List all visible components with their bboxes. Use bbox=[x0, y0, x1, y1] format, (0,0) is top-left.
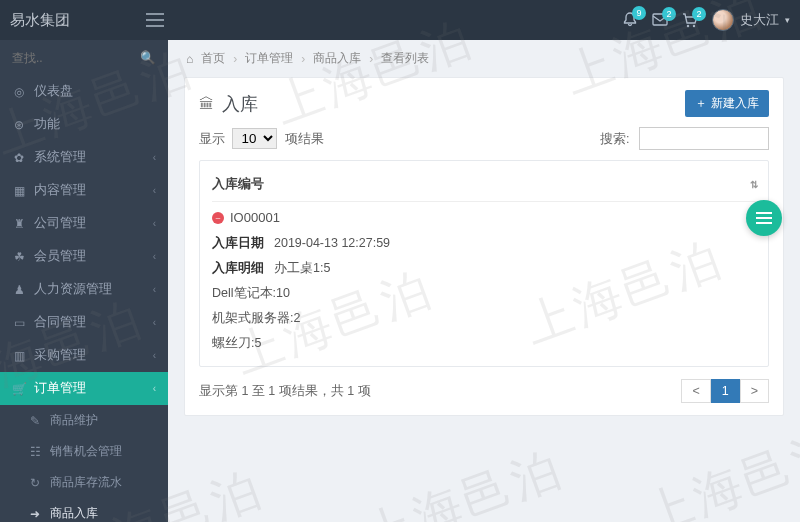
page-title: 🏛 入库 bbox=[199, 92, 258, 116]
pager: < 1 > bbox=[681, 379, 769, 403]
chevron-left-icon: ‹ bbox=[153, 317, 156, 328]
nav-label: 系统管理 bbox=[34, 149, 86, 166]
chevron-left-icon: ‹ bbox=[153, 383, 156, 394]
topbar: 易水集团 9 2 2 史大江 ▾ bbox=[0, 0, 800, 40]
chevron-left-icon: ‹ bbox=[153, 152, 156, 163]
nav-icon: ◎ bbox=[12, 85, 26, 99]
show-label-post: 项结果 bbox=[285, 132, 324, 146]
breadcrumb: ⌂ 首页› 订单管理› 商品入库› 查看列表 bbox=[184, 40, 784, 77]
detail-line: Dell笔记本:10 bbox=[212, 281, 756, 306]
chevron-left-icon: ‹ bbox=[153, 350, 156, 361]
row-id[interactable]: – IO00001 bbox=[212, 202, 756, 231]
nav-sub-item[interactable]: ✎商品维护 bbox=[0, 405, 168, 436]
fab-menu[interactable] bbox=[746, 200, 782, 236]
bell-badge: 9 bbox=[632, 6, 646, 20]
sidebar-search[interactable]: 🔍 bbox=[0, 40, 168, 75]
user-name: 史大江 bbox=[740, 11, 779, 29]
nav-label: 仪表盘 bbox=[34, 83, 73, 100]
nav-sub-item[interactable]: ↻商品库存流水 bbox=[0, 467, 168, 498]
nav-icon: ♟ bbox=[12, 283, 26, 297]
plus-icon: ＋ bbox=[695, 95, 707, 112]
top-icons: 9 2 2 史大江 ▾ bbox=[622, 9, 790, 31]
nav-item[interactable]: ✿系统管理‹ bbox=[0, 141, 168, 174]
sub-label: 商品库存流水 bbox=[50, 474, 122, 491]
nav-item[interactable]: ▭合同管理‹ bbox=[0, 306, 168, 339]
messages-button[interactable]: 2 bbox=[652, 13, 668, 27]
nav-item[interactable]: ▦内容管理‹ bbox=[0, 174, 168, 207]
crumb[interactable]: 订单管理 bbox=[245, 50, 293, 67]
nav-icon: ✿ bbox=[12, 151, 26, 165]
nav-label: 订单管理 bbox=[34, 380, 86, 397]
footer-info: 显示第 1 至 1 项结果，共 1 项 bbox=[199, 383, 371, 400]
nav-sub-item[interactable]: ☷销售机会管理 bbox=[0, 436, 168, 467]
nav-item[interactable]: ☘会员管理‹ bbox=[0, 240, 168, 273]
detail-line: 机架式服务器:2 bbox=[212, 306, 756, 331]
nav-label: 采购管理 bbox=[34, 347, 86, 364]
crumb: 查看列表 bbox=[381, 50, 429, 67]
chevron-left-icon: ‹ bbox=[153, 251, 156, 262]
page-size-select[interactable]: 10 bbox=[232, 128, 277, 149]
crumb[interactable]: 首页 bbox=[201, 50, 225, 67]
user-menu[interactable]: 史大江 ▾ bbox=[712, 9, 790, 31]
chevron-left-icon: ‹ bbox=[153, 218, 156, 229]
cart-badge: 2 bbox=[692, 7, 706, 21]
column-header[interactable]: 入库编号 ⇅ bbox=[212, 171, 756, 202]
nav-item[interactable]: ◎仪表盘 bbox=[0, 75, 168, 108]
new-inbound-button[interactable]: ＋ 新建入库 bbox=[685, 90, 769, 117]
field-date: 入库日期2019-04-13 12:27:59 bbox=[212, 231, 756, 256]
sub-icon: ✎ bbox=[28, 414, 42, 428]
data-card: 入库编号 ⇅ – IO00001 入库日期2019-04-13 12:27:59… bbox=[199, 160, 769, 367]
cart-button[interactable]: 2 bbox=[682, 13, 698, 28]
toolbar: 显示 10 项结果 搜索: bbox=[199, 127, 769, 150]
pager-prev[interactable]: < bbox=[681, 379, 710, 403]
detail-line: 螺丝刀:5 bbox=[212, 331, 756, 356]
svg-point-1 bbox=[687, 24, 689, 26]
nav-item[interactable]: ▥采购管理‹ bbox=[0, 339, 168, 372]
sub-label: 销售机会管理 bbox=[50, 443, 122, 460]
sub-icon: ↻ bbox=[28, 476, 42, 490]
svg-point-2 bbox=[693, 24, 695, 26]
nav-label: 会员管理 bbox=[34, 248, 86, 265]
nav-label: 合同管理 bbox=[34, 314, 86, 331]
chevron-left-icon: ‹ bbox=[153, 185, 156, 196]
sort-icon: ⇅ bbox=[750, 179, 756, 190]
collapse-icon[interactable]: – bbox=[212, 212, 224, 224]
mail-badge: 2 bbox=[662, 7, 676, 21]
search-input[interactable] bbox=[12, 51, 134, 65]
search-icon: 🔍 bbox=[140, 50, 156, 65]
nav-item[interactable]: ⊛功能 bbox=[0, 108, 168, 141]
cart-icon: 🛒 bbox=[12, 382, 26, 396]
nav-icon: ⊛ bbox=[12, 118, 26, 132]
sidebar-toggle[interactable] bbox=[140, 13, 170, 27]
nav-sub-item[interactable]: ➜商品入库 bbox=[0, 498, 168, 522]
home-icon: ⌂ bbox=[186, 52, 193, 66]
nav-icon: ▦ bbox=[12, 184, 26, 198]
table-footer: 显示第 1 至 1 项结果，共 1 项 < 1 > bbox=[199, 379, 769, 403]
nav-icon: ☘ bbox=[12, 250, 26, 264]
sub-icon: ➜ bbox=[28, 507, 42, 521]
chevron-down-icon: ▾ bbox=[785, 15, 790, 25]
page-card: 🏛 入库 ＋ 新建入库 显示 10 项结果 搜索: bbox=[184, 77, 784, 416]
brand: 易水集团 bbox=[10, 11, 140, 30]
nav-orders[interactable]: 🛒 订单管理 ‹ bbox=[0, 372, 168, 405]
pager-next[interactable]: > bbox=[740, 379, 769, 403]
building-icon: 🏛 bbox=[199, 95, 214, 112]
menu-icon bbox=[756, 212, 772, 224]
nav-item[interactable]: ♜公司管理‹ bbox=[0, 207, 168, 240]
brand-text: 易水集团 bbox=[10, 11, 70, 30]
notifications-button[interactable]: 9 bbox=[622, 12, 638, 28]
nav-icon: ▭ bbox=[12, 316, 26, 330]
table-search-input[interactable] bbox=[639, 127, 769, 150]
nav-label: 功能 bbox=[34, 116, 60, 133]
sub-label: 商品入库 bbox=[50, 505, 98, 522]
field-detail: 入库明细办工桌1:5 bbox=[212, 256, 756, 281]
sub-icon: ☷ bbox=[28, 445, 42, 459]
show-label-pre: 显示 bbox=[199, 132, 225, 146]
pager-page[interactable]: 1 bbox=[711, 379, 740, 403]
crumb[interactable]: 商品入库 bbox=[313, 50, 361, 67]
nav-icon: ♜ bbox=[12, 217, 26, 231]
search-label: 搜索: bbox=[600, 132, 629, 146]
nav-item[interactable]: ♟人力资源管理‹ bbox=[0, 273, 168, 306]
main: ⌂ 首页› 订单管理› 商品入库› 查看列表 🏛 入库 ＋ 新建入库 显示 bbox=[168, 40, 800, 522]
nav-icon: ▥ bbox=[12, 349, 26, 363]
